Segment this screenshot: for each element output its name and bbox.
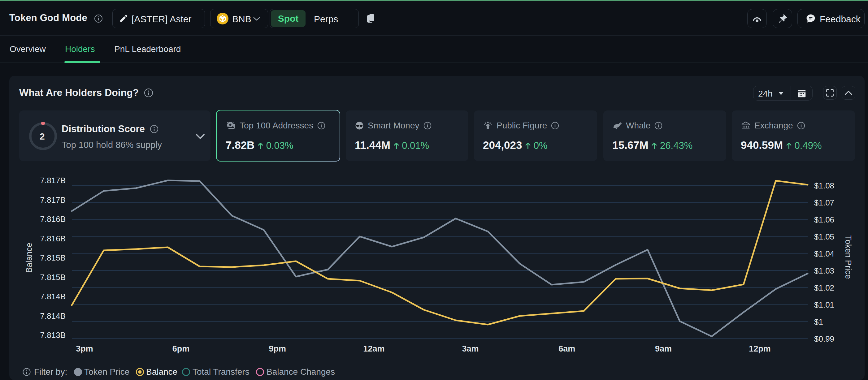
svg-text:$1.04: $1.04	[814, 249, 834, 258]
svg-text:6pm: 6pm	[173, 344, 190, 353]
svg-text:$1.05: $1.05	[814, 232, 834, 241]
svg-text:$0.99: $0.99	[814, 334, 834, 344]
svg-text:Balance: Balance	[146, 368, 177, 377]
svg-text:$1: $1	[814, 317, 823, 326]
svg-text:3am: 3am	[462, 344, 479, 353]
svg-text:9pm: 9pm	[269, 344, 286, 353]
svg-text:$1.02: $1.02	[814, 283, 834, 292]
svg-text:7.814B: 7.814B	[40, 292, 66, 301]
svg-text:7.813B: 7.813B	[40, 330, 66, 340]
svg-text:$1.06: $1.06	[814, 215, 834, 224]
svg-text:6am: 6am	[558, 344, 575, 353]
svg-text:Balance: Balance	[25, 243, 34, 273]
svg-text:$1.08: $1.08	[814, 181, 834, 190]
svg-text:Token Price: Token Price	[843, 235, 853, 279]
svg-text:12am: 12am	[363, 344, 384, 353]
svg-text:9am: 9am	[655, 344, 672, 353]
svg-text:Token Price: Token Price	[84, 368, 129, 377]
svg-text:$1.03: $1.03	[814, 266, 834, 276]
svg-text:7.817B: 7.817B	[40, 176, 66, 185]
svg-text:$1.01: $1.01	[814, 300, 834, 310]
svg-text:$1.07: $1.07	[814, 198, 834, 207]
svg-text:7.816B: 7.816B	[40, 234, 66, 243]
svg-text:7.817B: 7.817B	[40, 195, 66, 204]
svg-text:7.815B: 7.815B	[40, 253, 66, 262]
svg-text:7.816B: 7.816B	[40, 215, 66, 224]
svg-text:7.815B: 7.815B	[40, 273, 66, 282]
svg-text:12pm: 12pm	[749, 344, 771, 353]
svg-text:Balance Changes: Balance Changes	[267, 368, 335, 377]
svg-text:3pm: 3pm	[76, 344, 93, 353]
svg-text:7.814B: 7.814B	[40, 311, 66, 321]
svg-text:Total Transfers: Total Transfers	[192, 368, 249, 377]
svg-text:Filter by:: Filter by:	[34, 368, 67, 377]
